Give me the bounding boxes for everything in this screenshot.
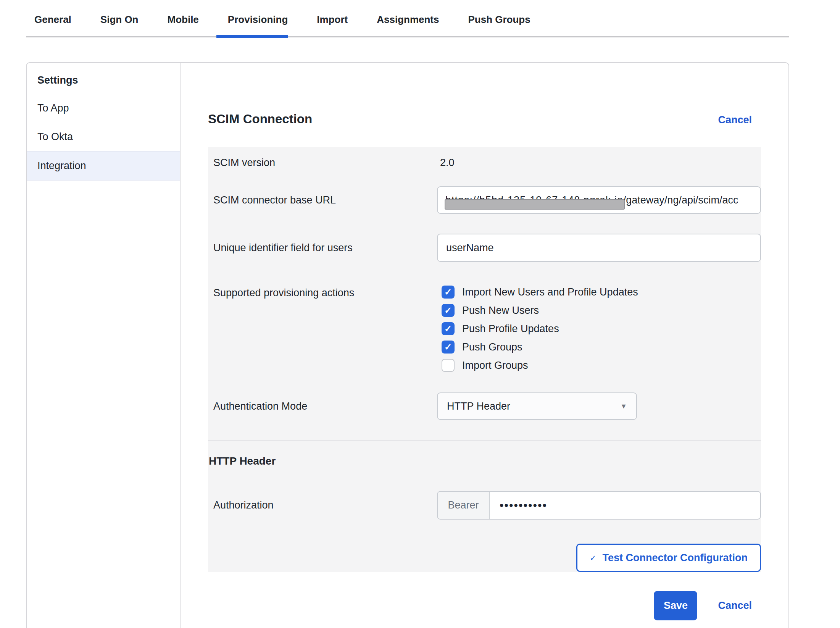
action-import-new-users[interactable]: ✓ Import New Users and Profile Updates: [442, 286, 761, 299]
scim-form: SCIM version 2.0 SCIM connector base URL…: [208, 147, 761, 572]
tab-provisioning[interactable]: Provisioning: [228, 14, 288, 36]
action-push-profile-updates[interactable]: ✓ Push Profile Updates: [442, 322, 761, 335]
checkbox[interactable]: ✓: [442, 359, 455, 372]
section-divider: [208, 440, 761, 441]
row-scim-version: SCIM version 2.0: [208, 157, 761, 169]
authorization-input-group: Bearer ••••••••••: [437, 491, 761, 520]
authentication-mode-value: HTTP Header: [447, 400, 510, 412]
base-url-input[interactable]: https://b5bd-135-19-67-148.ngrok.io /gat…: [437, 186, 761, 214]
base-url-label: SCIM connector base URL: [208, 194, 437, 206]
chevron-down-icon: ▼: [620, 402, 627, 410]
checkbox[interactable]: ✓: [442, 322, 455, 335]
action-push-new-users[interactable]: ✓ Push New Users: [442, 304, 761, 317]
checkbox[interactable]: ✓: [442, 341, 455, 354]
row-authorization: Authorization Bearer ••••••••••: [208, 491, 761, 520]
action-push-groups[interactable]: ✓ Push Groups: [442, 341, 761, 354]
masked-token: ••••••••••: [500, 499, 547, 512]
cancel-link-top[interactable]: Cancel: [718, 114, 752, 126]
bearer-prefix: Bearer: [438, 492, 490, 519]
unique-identifier-label: Unique identifier field for users: [208, 242, 437, 254]
scim-version-label: SCIM version: [208, 157, 437, 169]
bearer-token-input[interactable]: ••••••••••: [490, 492, 760, 519]
tab-assignments[interactable]: Assignments: [377, 14, 439, 36]
row-authentication-mode: Authentication Mode HTTP Header ▼: [208, 392, 761, 420]
sidebar-heading: Settings: [27, 63, 180, 94]
scim-connection-section: SCIM Connection Cancel SCIM version 2.0 …: [181, 63, 788, 628]
section-header: SCIM Connection Cancel: [208, 112, 761, 126]
check-icon: ✓: [444, 324, 452, 333]
tab-push-groups[interactable]: Push Groups: [468, 14, 530, 36]
save-button[interactable]: Save: [654, 591, 697, 620]
scim-version-value: 2.0: [437, 157, 455, 168]
provisioning-actions-list: ✓ Import New Users and Profile Updates ✓…: [437, 286, 761, 372]
authentication-mode-select[interactable]: HTTP Header ▼: [437, 392, 637, 420]
sidebar-item-to-okta[interactable]: To Okta: [27, 123, 180, 151]
test-connector-configuration-button[interactable]: ✓ Test Connector Configuration: [576, 544, 761, 572]
http-header-heading: HTTP Header: [208, 455, 761, 467]
sidebar-item-integration[interactable]: Integration: [27, 151, 180, 181]
page-title: SCIM Connection: [208, 112, 312, 126]
authorization-label: Authorization: [208, 499, 437, 511]
cancel-link-bottom[interactable]: Cancel: [718, 600, 752, 612]
sidebar-item-to-app[interactable]: To App: [27, 94, 180, 123]
redaction-bar: [445, 199, 625, 210]
row-base-url: SCIM connector base URL https://b5bd-135…: [208, 186, 761, 214]
visible-url-segment: /gateway/ng/api/scim/acc: [623, 194, 738, 206]
checkbox[interactable]: ✓: [442, 286, 455, 299]
check-icon: ✓: [590, 554, 597, 563]
provisioning-panel: Settings To App To Okta Integration SCIM…: [26, 62, 789, 628]
authentication-mode-label: Authentication Mode: [208, 400, 437, 412]
tab-import[interactable]: Import: [317, 14, 348, 36]
tab-mobile[interactable]: Mobile: [168, 14, 199, 36]
settings-sidebar: Settings To App To Okta Integration: [27, 63, 181, 628]
form-actions: Save Cancel: [208, 591, 761, 620]
row-unique-identifier: Unique identifier field for users userNa…: [208, 234, 761, 262]
app-tabbar: General Sign On Mobile Provisioning Impo…: [26, 0, 789, 37]
tab-sign-on[interactable]: Sign On: [100, 14, 139, 36]
check-icon: ✓: [444, 287, 452, 297]
check-icon: ✓: [444, 306, 452, 315]
unique-identifier-input[interactable]: userName: [437, 234, 761, 262]
check-icon: ✓: [444, 342, 452, 352]
checkbox[interactable]: ✓: [442, 304, 455, 317]
action-import-groups[interactable]: ✓ Import Groups: [442, 359, 761, 372]
redacted-url-segment: https://b5bd-135-19-67-148.ngrok.io: [445, 194, 623, 206]
row-provisioning-actions: Supported provisioning actions ✓ Import …: [208, 286, 761, 372]
tab-general[interactable]: General: [34, 14, 71, 36]
provisioning-actions-label: Supported provisioning actions: [208, 286, 437, 299]
